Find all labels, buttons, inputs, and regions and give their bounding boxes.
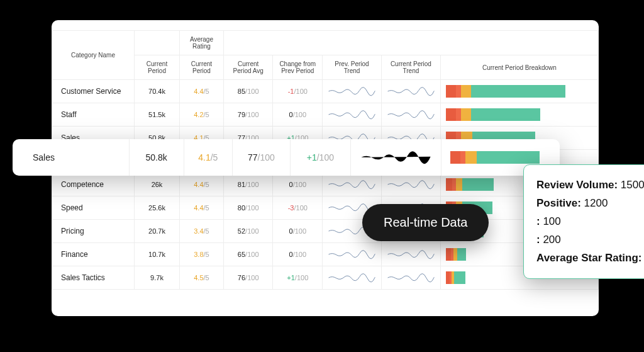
header-empty (134, 31, 179, 55)
row-prev-trend (323, 103, 382, 127)
row-rating: 4.2/5 (180, 103, 224, 127)
row-curr-trend (381, 266, 440, 290)
breakdown-tooltip: Review Volume: 1500 Positive: 1200 : 100… (523, 164, 644, 279)
sales-volume: 50.8k (130, 139, 184, 176)
row-rating: 4.4/5 (180, 80, 224, 103)
header-volume: Current Period (134, 55, 179, 80)
sparkline-icon (328, 248, 376, 261)
sparkline-icon (328, 271, 376, 284)
row-avg: 81/100 (223, 173, 273, 196)
row-rating: 4.5/5 (180, 266, 224, 290)
row-avg: 52/100 (223, 220, 273, 243)
sparkline-icon (328, 108, 376, 121)
row-curr-trend (381, 173, 440, 196)
table-row[interactable]: Pricing20.7k3.4/552/1000/100 (52, 220, 599, 243)
header-change: Change from Prev Period (273, 55, 323, 80)
header-rating: Current Period (180, 55, 224, 80)
sales-avg: 77/100 (233, 139, 291, 176)
row-breakdown (440, 80, 598, 103)
header-curr-trend: Current Period Trend (381, 55, 440, 80)
tooltip-review-volume: Review Volume: 1500 (536, 176, 644, 195)
row-volume: 20.7k (134, 220, 179, 243)
sparkline-icon (328, 178, 376, 191)
sparkline-icon (387, 178, 435, 191)
table-row[interactable]: Sales Tactics9.7k4.5/576/100+1/100 (52, 266, 599, 290)
row-change: -1/100 (273, 80, 323, 103)
header-category: Category Name (52, 31, 135, 80)
row-change: 0/100 (273, 103, 323, 127)
row-prev-trend (323, 243, 382, 266)
table-row[interactable]: Customer Service70.4k4.4/585/100-1/100 (52, 80, 599, 103)
tooltip-negative: : 200 (536, 231, 644, 249)
row-change: -3/100 (273, 196, 323, 220)
table-row[interactable]: Competence26k4.4/581/1000/100 (52, 173, 599, 196)
sales-rating: 4.1/5 (184, 139, 233, 176)
row-volume: 70.4k (134, 80, 179, 103)
table-row[interactable]: Speed25.6k4.4/580/100-3/100 (52, 196, 599, 220)
row-avg: 65/100 (223, 243, 273, 266)
sales-trend (351, 139, 441, 176)
sparkline-icon (328, 85, 376, 98)
row-name: Sales Tactics (52, 266, 135, 290)
row-rating: 4.4/5 (180, 196, 224, 220)
sparkline-icon (387, 271, 435, 284)
row-avg: 80/100 (223, 196, 273, 220)
row-rating: 3.8/5 (180, 243, 224, 266)
row-prev-trend (323, 80, 382, 103)
row-rating: 3.4/5 (180, 220, 224, 243)
sales-highlight-row[interactable]: Sales 50.8k 4.1/5 77/100 +1/100 (13, 139, 560, 176)
row-avg: 85/100 (223, 80, 273, 103)
row-volume: 9.7k (134, 266, 179, 290)
row-change: 0/100 (273, 173, 323, 196)
row-name: Pricing (52, 220, 135, 243)
header-avg: Current Period Avg (223, 55, 273, 80)
sparkline-icon (387, 248, 435, 261)
row-breakdown (440, 103, 598, 127)
header-prev-trend: Prev. Period Trend (323, 55, 382, 80)
row-name: Customer Service (52, 80, 135, 103)
sparkline-icon (360, 149, 432, 166)
sparkline-icon (387, 85, 435, 98)
row-prev-trend (323, 266, 382, 290)
realtime-badge: Real-time Data (362, 204, 489, 241)
table-row[interactable]: Finance10.7k3.8/565/1000/100 (52, 243, 599, 266)
row-rating: 4.4/5 (180, 173, 224, 196)
tooltip-avg-rating: Average Star Rating: 4.8/5 (536, 249, 644, 268)
header-avg-rating: Average Rating (180, 31, 224, 55)
row-volume: 10.7k (134, 243, 179, 266)
row-change: +1/100 (273, 266, 323, 290)
row-name: Finance (52, 243, 135, 266)
row-change: 0/100 (273, 243, 323, 266)
header-breakdown: Current Period Breakdown (440, 55, 598, 80)
row-curr-trend (381, 103, 440, 127)
row-avg: 76/100 (223, 266, 273, 290)
row-change: 0/100 (273, 220, 323, 243)
row-name: Staff (52, 103, 135, 127)
table-row[interactable]: Staff51.5k4.2/579/1000/100 (52, 103, 599, 127)
row-volume: 26k (134, 173, 179, 196)
row-avg: 79/100 (223, 103, 273, 127)
row-prev-trend (323, 173, 382, 196)
row-name: Competence (52, 173, 135, 196)
sales-change: +1/100 (291, 139, 351, 176)
sales-label: Sales (24, 139, 130, 176)
row-curr-trend (381, 243, 440, 266)
tooltip-neutral: : 100 (536, 213, 644, 231)
row-volume: 51.5k (134, 103, 179, 127)
sparkline-icon (387, 108, 435, 121)
header-empty-span (223, 31, 598, 55)
tooltip-positive: Positive: 1200 (536, 195, 644, 213)
row-volume: 25.6k (134, 196, 179, 220)
row-curr-trend (381, 80, 440, 103)
row-name: Speed (52, 196, 135, 220)
